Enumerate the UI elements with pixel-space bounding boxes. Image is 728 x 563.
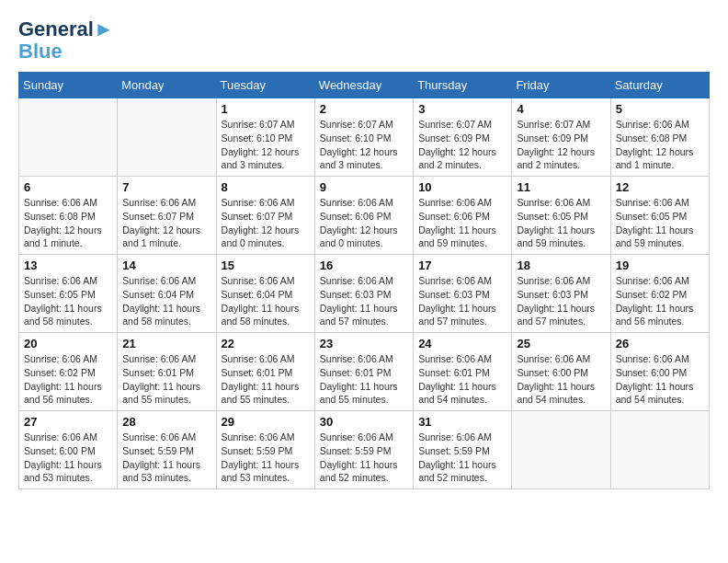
day-number: 16 xyxy=(320,259,408,272)
day-number: 26 xyxy=(616,337,704,350)
day-number: 10 xyxy=(418,180,506,194)
dow-header-saturday: Saturday xyxy=(610,73,709,98)
calendar-cell: 4Sunrise: 6:07 AM Sunset: 6:09 PM Daylig… xyxy=(512,98,610,177)
calendar: SundayMondayTuesdayWednesdayThursdayFrid… xyxy=(18,72,710,489)
day-info: Sunrise: 6:06 AM Sunset: 5:59 PM Dayligh… xyxy=(320,431,408,485)
calendar-cell: 16Sunrise: 6:06 AM Sunset: 6:03 PM Dayli… xyxy=(314,255,413,333)
day-number: 30 xyxy=(320,415,408,429)
week-row-4: 20Sunrise: 6:06 AM Sunset: 6:02 PM Dayli… xyxy=(19,333,710,411)
day-info: Sunrise: 6:06 AM Sunset: 6:03 PM Dayligh… xyxy=(320,274,408,328)
day-info: Sunrise: 6:06 AM Sunset: 6:01 PM Dayligh… xyxy=(418,352,506,407)
calendar-cell: 2Sunrise: 6:07 AM Sunset: 6:10 PM Daylig… xyxy=(314,98,413,177)
calendar-cell: 23Sunrise: 6:06 AM Sunset: 6:01 PM Dayli… xyxy=(314,333,413,411)
calendar-cell: 8Sunrise: 6:06 AM Sunset: 6:07 PM Daylig… xyxy=(216,177,314,255)
calendar-cell: 15Sunrise: 6:06 AM Sunset: 6:04 PM Dayli… xyxy=(216,255,314,333)
day-number: 21 xyxy=(122,337,210,350)
calendar-body: 1Sunrise: 6:07 AM Sunset: 6:10 PM Daylig… xyxy=(19,98,710,489)
day-info: Sunrise: 6:06 AM Sunset: 5:59 PM Dayligh… xyxy=(122,431,210,485)
week-row-5: 27Sunrise: 6:06 AM Sunset: 6:00 PM Dayli… xyxy=(19,411,710,489)
day-info: Sunrise: 6:06 AM Sunset: 6:01 PM Dayligh… xyxy=(320,352,408,407)
day-number: 2 xyxy=(320,102,408,116)
calendar-cell: 14Sunrise: 6:06 AM Sunset: 6:04 PM Dayli… xyxy=(118,255,216,333)
day-number: 24 xyxy=(418,337,506,350)
day-number: 25 xyxy=(517,337,605,350)
calendar-cell xyxy=(19,98,118,177)
day-info: Sunrise: 6:06 AM Sunset: 6:03 PM Dayligh… xyxy=(517,274,605,328)
day-info: Sunrise: 6:06 AM Sunset: 6:00 PM Dayligh… xyxy=(616,352,704,407)
logo: General► Blue xyxy=(18,18,114,63)
day-number: 3 xyxy=(418,102,506,116)
week-row-1: 1Sunrise: 6:07 AM Sunset: 6:10 PM Daylig… xyxy=(19,98,710,177)
calendar-cell xyxy=(610,411,709,489)
day-info: Sunrise: 6:06 AM Sunset: 6:07 PM Dayligh… xyxy=(122,196,210,250)
calendar-cell: 12Sunrise: 6:06 AM Sunset: 6:05 PM Dayli… xyxy=(610,177,709,255)
dow-header-thursday: Thursday xyxy=(414,73,512,98)
day-info: Sunrise: 6:06 AM Sunset: 6:03 PM Dayligh… xyxy=(418,274,506,328)
day-number: 8 xyxy=(222,180,310,194)
week-row-2: 6Sunrise: 6:06 AM Sunset: 6:08 PM Daylig… xyxy=(19,177,710,255)
calendar-cell: 26Sunrise: 6:06 AM Sunset: 6:00 PM Dayli… xyxy=(610,333,709,411)
day-info: Sunrise: 6:06 AM Sunset: 6:04 PM Dayligh… xyxy=(122,274,210,328)
day-info: Sunrise: 6:06 AM Sunset: 6:08 PM Dayligh… xyxy=(24,196,112,250)
day-info: Sunrise: 6:06 AM Sunset: 6:00 PM Dayligh… xyxy=(517,352,605,407)
dow-header-tuesday: Tuesday xyxy=(216,73,314,98)
calendar-cell: 21Sunrise: 6:06 AM Sunset: 6:01 PM Dayli… xyxy=(118,333,216,411)
day-info: Sunrise: 6:06 AM Sunset: 6:01 PM Dayligh… xyxy=(122,352,210,407)
calendar-cell: 3Sunrise: 6:07 AM Sunset: 6:09 PM Daylig… xyxy=(414,98,512,177)
calendar-cell: 5Sunrise: 6:06 AM Sunset: 6:08 PM Daylig… xyxy=(610,98,709,177)
day-info: Sunrise: 6:06 AM Sunset: 6:07 PM Dayligh… xyxy=(222,196,310,250)
calendar-cell: 20Sunrise: 6:06 AM Sunset: 6:02 PM Dayli… xyxy=(19,333,118,411)
day-number: 13 xyxy=(24,259,112,272)
day-number: 19 xyxy=(616,259,704,272)
day-info: Sunrise: 6:06 AM Sunset: 6:08 PM Dayligh… xyxy=(616,118,704,172)
calendar-cell: 28Sunrise: 6:06 AM Sunset: 5:59 PM Dayli… xyxy=(118,411,216,489)
day-number: 29 xyxy=(222,415,310,429)
day-number: 27 xyxy=(24,415,112,429)
day-number: 20 xyxy=(24,337,112,350)
day-info: Sunrise: 6:06 AM Sunset: 6:06 PM Dayligh… xyxy=(418,196,506,250)
calendar-cell: 18Sunrise: 6:06 AM Sunset: 6:03 PM Dayli… xyxy=(512,255,610,333)
day-info: Sunrise: 6:06 AM Sunset: 6:01 PM Dayligh… xyxy=(222,352,310,407)
day-number: 5 xyxy=(616,102,704,116)
calendar-cell: 1Sunrise: 6:07 AM Sunset: 6:10 PM Daylig… xyxy=(216,98,314,177)
calendar-cell: 25Sunrise: 6:06 AM Sunset: 6:00 PM Dayli… xyxy=(512,333,610,411)
day-number: 11 xyxy=(517,180,605,194)
day-number: 28 xyxy=(122,415,210,429)
day-info: Sunrise: 6:06 AM Sunset: 5:59 PM Dayligh… xyxy=(418,431,506,485)
calendar-cell: 9Sunrise: 6:06 AM Sunset: 6:06 PM Daylig… xyxy=(314,177,413,255)
calendar-cell: 19Sunrise: 6:06 AM Sunset: 6:02 PM Dayli… xyxy=(610,255,709,333)
calendar-cell xyxy=(512,411,610,489)
day-number: 6 xyxy=(24,180,112,194)
calendar-cell: 29Sunrise: 6:06 AM Sunset: 5:59 PM Dayli… xyxy=(216,411,314,489)
dow-header-monday: Monday xyxy=(118,73,216,98)
day-info: Sunrise: 6:06 AM Sunset: 6:05 PM Dayligh… xyxy=(24,274,112,328)
header: General► Blue xyxy=(18,18,710,63)
day-info: Sunrise: 6:06 AM Sunset: 5:59 PM Dayligh… xyxy=(222,431,310,485)
day-info: Sunrise: 6:06 AM Sunset: 6:05 PM Dayligh… xyxy=(517,196,605,250)
day-number: 9 xyxy=(320,180,408,194)
day-of-week-row: SundayMondayTuesdayWednesdayThursdayFrid… xyxy=(19,73,710,98)
week-row-3: 13Sunrise: 6:06 AM Sunset: 6:05 PM Dayli… xyxy=(19,255,710,333)
calendar-cell: 24Sunrise: 6:06 AM Sunset: 6:01 PM Dayli… xyxy=(414,333,512,411)
calendar-cell: 7Sunrise: 6:06 AM Sunset: 6:07 PM Daylig… xyxy=(118,177,216,255)
day-info: Sunrise: 6:07 AM Sunset: 6:09 PM Dayligh… xyxy=(418,118,506,172)
day-number: 18 xyxy=(517,259,605,272)
day-number: 17 xyxy=(418,259,506,272)
calendar-cell: 11Sunrise: 6:06 AM Sunset: 6:05 PM Dayli… xyxy=(512,177,610,255)
day-info: Sunrise: 6:06 AM Sunset: 6:00 PM Dayligh… xyxy=(24,431,112,485)
day-info: Sunrise: 6:06 AM Sunset: 6:04 PM Dayligh… xyxy=(222,274,310,328)
day-info: Sunrise: 6:07 AM Sunset: 6:10 PM Dayligh… xyxy=(320,118,408,172)
day-number: 23 xyxy=(320,337,408,350)
day-number: 14 xyxy=(122,259,210,272)
calendar-cell: 10Sunrise: 6:06 AM Sunset: 6:06 PM Dayli… xyxy=(414,177,512,255)
day-number: 22 xyxy=(222,337,310,350)
calendar-cell xyxy=(118,98,216,177)
calendar-cell: 30Sunrise: 6:06 AM Sunset: 5:59 PM Dayli… xyxy=(314,411,413,489)
day-info: Sunrise: 6:07 AM Sunset: 6:09 PM Dayligh… xyxy=(517,118,605,172)
dow-header-friday: Friday xyxy=(512,73,610,98)
calendar-cell: 6Sunrise: 6:06 AM Sunset: 6:08 PM Daylig… xyxy=(19,177,118,255)
day-info: Sunrise: 6:06 AM Sunset: 6:06 PM Dayligh… xyxy=(320,196,408,250)
day-number: 7 xyxy=(122,180,210,194)
day-number: 4 xyxy=(517,102,605,116)
logo-line2: Blue xyxy=(18,40,114,63)
